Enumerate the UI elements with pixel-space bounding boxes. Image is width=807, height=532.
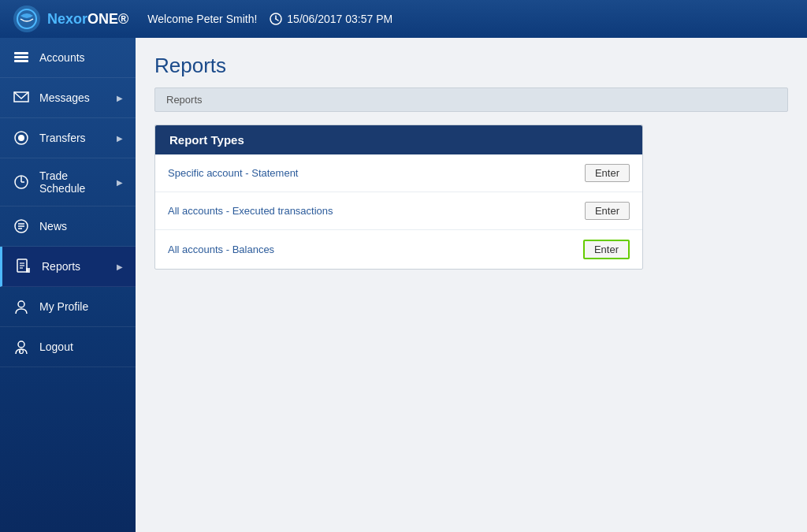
report-row: All accounts - Balances Enter: [155, 230, 642, 269]
accounts-icon: [13, 49, 30, 66]
report-row: All accounts - Executed transactions Ent…: [155, 192, 642, 230]
breadcrumb: Reports: [154, 87, 788, 112]
svg-point-24: [18, 301, 24, 307]
page-title: Reports: [154, 54, 788, 78]
header-datetime: 15/06/2017 03:57 PM: [270, 13, 392, 25]
trade-schedule-icon: [13, 173, 30, 191]
sidebar-label-news: News: [39, 220, 67, 233]
transfers-arrow: ▶: [117, 134, 123, 143]
messages-icon: [13, 89, 30, 106]
report-types-card: Report Types Specific account - Statemen…: [154, 125, 643, 270]
svg-line-4: [276, 19, 278, 20]
svg-point-25: [18, 341, 24, 348]
report-types-heading: Report Types: [155, 125, 642, 154]
svg-rect-6: [14, 56, 28, 58]
report-row: Specific account - Statement Enter: [155, 154, 642, 192]
sidebar-item-messages[interactable]: Messages ▶: [0, 78, 136, 118]
sidebar-item-my-profile[interactable]: My Profile: [0, 287, 136, 327]
svg-rect-5: [14, 52, 28, 54]
sidebar-label-trade-schedule: Trade Schedule: [39, 169, 107, 195]
app-header: NexorONE® Welcome Peter Smith! 15/06/201…: [0, 0, 807, 38]
logo-text: NexorONE®: [47, 11, 128, 28]
enter-button-0[interactable]: Enter: [585, 164, 630, 182]
reports-arrow: ▶: [117, 262, 123, 271]
sidebar-item-trade-schedule[interactable]: Trade Schedule ▶: [0, 158, 136, 206]
svg-point-10: [18, 135, 24, 141]
main-layout: Accounts Messages ▶ Transfers ▶: [0, 38, 807, 532]
main-content: Reports Reports Report Types Specific ac…: [136, 38, 807, 532]
messages-arrow: ▶: [117, 94, 123, 102]
svg-rect-7: [14, 60, 28, 62]
clock-icon: [270, 13, 282, 25]
sidebar-item-news[interactable]: News: [0, 206, 136, 247]
sidebar-label-reports: Reports: [42, 260, 80, 273]
logout-icon: [13, 338, 30, 355]
sidebar-label-logout: Logout: [39, 340, 73, 353]
sidebar-item-transfers[interactable]: Transfers ▶: [0, 118, 136, 158]
reports-icon: [15, 258, 32, 275]
sidebar-item-accounts[interactable]: Accounts: [0, 38, 136, 78]
news-icon: [13, 218, 30, 235]
sidebar-label-my-profile: My Profile: [39, 300, 88, 313]
trade-schedule-arrow: ▶: [117, 178, 123, 187]
logo: NexorONE®: [13, 5, 128, 33]
welcome-text: Welcome Peter Smith!: [147, 13, 257, 25]
profile-icon: [13, 298, 30, 315]
logo-icon: [13, 5, 41, 33]
sidebar: Accounts Messages ▶ Transfers ▶: [0, 38, 136, 532]
transfers-icon: [13, 129, 30, 147]
sidebar-label-accounts: Accounts: [39, 51, 85, 64]
sidebar-item-reports[interactable]: Reports ▶: [0, 247, 136, 287]
enter-button-1[interactable]: Enter: [585, 202, 630, 220]
report-label-2: All accounts - Balances: [168, 244, 274, 255]
report-label-0: Specific account - Statement: [168, 167, 298, 179]
enter-button-2[interactable]: Enter: [583, 240, 630, 259]
sidebar-label-transfers: Transfers: [39, 132, 86, 144]
sidebar-item-logout[interactable]: Logout: [0, 327, 136, 367]
sidebar-label-messages: Messages: [39, 91, 90, 104]
report-label-1: All accounts - Executed transactions: [168, 205, 333, 217]
